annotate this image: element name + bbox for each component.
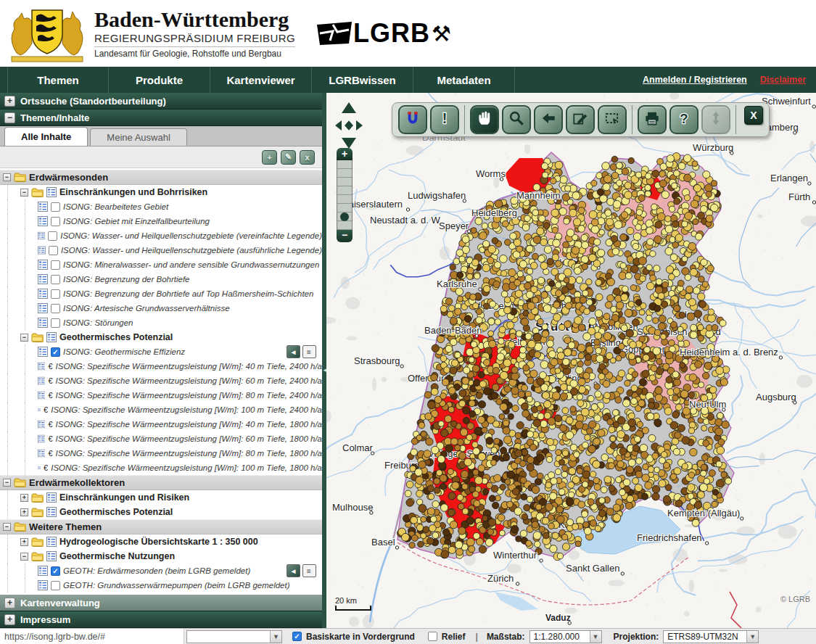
tree-item[interactable]: €ISONG: Spezifische Wärmeentzugsleistung… [0,417,322,432]
tree-item-label[interactable]: ISONG: Geothermische Effizienz [63,347,185,356]
layer-opacity-button[interactable]: ◄ [287,345,300,358]
section-kartenverwaltung[interactable]: + Kartenverwaltung [0,595,322,611]
tree-item[interactable]: €ISONG: Spezifische Wärmeentzugsleistung… [0,446,322,461]
scale-dropdown[interactable]: 1:1.280.000▼ [529,630,602,643]
permalink-button[interactable] [398,105,427,134]
tree-item[interactable]: €ISONG: Spezifische Wärmeentzugsleistung… [0,432,322,446]
tree-item[interactable]: ISONG: Begrenzung der Bohrtiefe auf Top … [0,286,322,301]
tree-item-label[interactable]: ISONG: Bearbeitetes Gebiet [63,202,168,211]
tree-item[interactable]: ISONG: Wasser- und Heilquellenschutzgebi… [0,228,322,243]
tree-item-label[interactable]: ISONG: Spezifische Wärmeentzugsleistung … [51,463,322,472]
tree-item-label[interactable]: ISONG: Spezifische Wärmeentzugsleistung … [56,362,322,371]
login-link[interactable]: Anmelden / Registrieren [643,75,747,85]
nav-item-produkte[interactable]: Produkte [109,67,210,93]
tree-item[interactable]: €ISONG: Spezifische Wärmeentzugsleistung… [0,388,322,402]
expand-icon[interactable]: + [20,508,28,516]
tree-item[interactable]: ISONG: Gebiet mit Einzelfallbeurteilung [0,214,322,228]
expand-icon[interactable]: + [4,614,15,625]
disclaimer-link[interactable]: Disclaimer [760,75,806,85]
tree-item-label[interactable]: ISONG: Wasser- und Heilquellenschutzgebi… [61,246,322,255]
layer-checkbox[interactable] [51,304,60,313]
collapse-icon[interactable]: − [20,334,28,342]
tree-item[interactable]: −Weitere Themen [0,519,322,534]
nav-item-themen[interactable]: Themen [7,67,109,93]
tree-item-label[interactable]: ISONG: Spezifische Wärmeentzugsleistung … [56,376,322,385]
tree-item[interactable]: −Geothermisches Potenzial [0,330,322,344]
collapse-icon[interactable]: − [4,112,15,123]
layer-checkbox[interactable] [51,289,60,299]
expand-icon[interactable]: + [20,538,28,546]
zoom-slider[interactable]: + − [337,148,353,242]
nav-item-metadaten[interactable]: Metadaten [413,67,515,93]
layer-checkbox[interactable]: ✓ [51,347,60,357]
tree-item-label[interactable]: Hydrogeologische Übersichtskarte 1 : 350… [59,537,258,547]
section-themen[interactable]: − Themen/Inhalte [0,110,322,126]
tree-item-label[interactable]: ISONG: Artesische Grundwasserverhältniss… [63,304,230,313]
tree-item[interactable]: −Geothermische Nutzungen [0,549,322,564]
tree-edit-button[interactable]: ✎ [281,150,296,165]
tree-item[interactable]: −Erdwärmesonden [0,170,322,185]
zoom-slider-handle[interactable] [340,212,349,221]
section-ortssuche[interactable]: + Ortssuche (Standortbeurteilung) [0,93,322,110]
layer-checkbox[interactable] [51,217,60,226]
tree-item-label[interactable]: ISONG: Spezifische Wärmeentzugsleistung … [56,434,322,443]
tree-item-label[interactable]: Einschränkungen und Bohrrisiken [59,187,207,197]
layer-checkbox[interactable] [51,318,60,328]
tree-item[interactable]: ISONG: Begrenzung der Bohrtiefe [0,272,322,286]
tree-item[interactable]: −Erdwärmekollektoren [0,475,322,490]
collapse-icon[interactable]: − [3,523,11,531]
zoom-in-button[interactable]: + [337,148,353,160]
zoom-track[interactable] [337,160,353,230]
pan-compass[interactable] [332,102,366,149]
tree-item-label[interactable]: ISONG: Wasser- und Heilquellenschutzgebi… [60,231,322,240]
tree-item[interactable]: −Einschränkungen und Bohrrisiken [0,185,322,199]
tree-item-label[interactable]: ISONG: Begrenzung der Bohrtiefe [63,275,190,284]
tree-item-label[interactable]: ISONG: Spezifische Wärmeentzugsleistung … [56,391,322,400]
nav-item-lgrbwissen[interactable]: LGRBwissen [312,67,413,93]
tree-item[interactable]: GEOTH: Grundwasserwärmepumpen (beim LGRB… [0,578,322,593]
tree-item-label[interactable]: Erdwärmesonden [29,172,108,183]
tree-clear-button[interactable]: x [300,150,315,165]
tab-alle-inhalte[interactable]: Alle Inhalte [4,127,88,146]
expand-icon[interactable]: + [4,598,15,608]
tree-item-label[interactable]: Weitere Themen [29,521,102,532]
collapse-icon[interactable]: − [3,479,11,487]
tree-item[interactable]: ISONG: Mineralwasser- und andere sensibl… [0,257,322,272]
identify-button[interactable]: ! [430,105,459,134]
collapse-icon[interactable]: − [20,189,28,197]
help-button[interactable]: ? [669,105,698,134]
tab-meine-auswahl[interactable]: Meine Auswahl [90,128,186,146]
layer-checkbox[interactable] [51,202,60,212]
zoom-out-button[interactable]: − [337,230,353,242]
tree-item-label[interactable]: ISONG: Spezifische Wärmeentzugsleistung … [51,405,322,414]
tree-item-label[interactable]: Geothermische Nutzungen [59,551,175,561]
quick-select-dropdown[interactable]: ▼ [186,630,282,643]
expand-icon[interactable]: + [4,96,15,107]
tree-item[interactable]: €ISONG: Spezifische Wärmeentzugsleistung… [0,373,322,388]
layer-checkbox[interactable] [49,246,58,255]
tree-item[interactable]: ISONG: Störungen [0,315,322,330]
tree-add-button[interactable]: + [262,150,277,165]
redlining-button[interactable] [566,105,595,134]
tree-item-label[interactable]: ISONG: Mineralwasser- und andere sensibl… [63,260,319,269]
collapse-icon[interactable]: − [3,173,11,181]
layer-checkbox[interactable] [51,275,60,284]
layer-checkbox[interactable] [48,231,57,241]
tree-item-label[interactable]: ISONG: Begrenzung der Bohrtiefe auf Top … [63,289,313,298]
tree-item[interactable]: ISONG: Wasser- und Heilquellenschutzgebi… [0,243,322,257]
tree-item-label[interactable]: Geothermisches Potenzial [59,332,173,342]
close-toolbar-button[interactable]: X [744,106,763,125]
tree-item-label[interactable]: GEOTH: Erdwärmesonden (beim LGRB gemelde… [63,566,250,575]
layer-checkbox[interactable] [51,260,60,270]
section-impressum[interactable]: + Impressum [0,611,322,628]
tree-item[interactable]: €ISONG: Spezifische Wärmeentzugsleistung… [0,461,322,475]
tree-item-label[interactable]: Einschränkungen und Risiken [59,492,189,503]
tree-item[interactable]: +Hydrogeologische Übersichtskarte 1 : 35… [0,534,322,549]
tree-item-label[interactable]: ISONG: Spezifische Wärmeentzugsleistung … [56,449,322,458]
layer-checkbox[interactable]: ✓ [51,566,60,576]
basemap-foreground-checkbox[interactable]: ✓ [292,632,302,641]
map-canvas[interactable]: WiesbadenRüsselsheimDarmstadtHeilbronnPf… [326,93,816,628]
export-button[interactable] [701,105,730,134]
tree-item[interactable]: ISONG: Bearbeitetes Gebiet [0,199,322,214]
layer-legend-button[interactable]: ≡ [302,345,316,358]
